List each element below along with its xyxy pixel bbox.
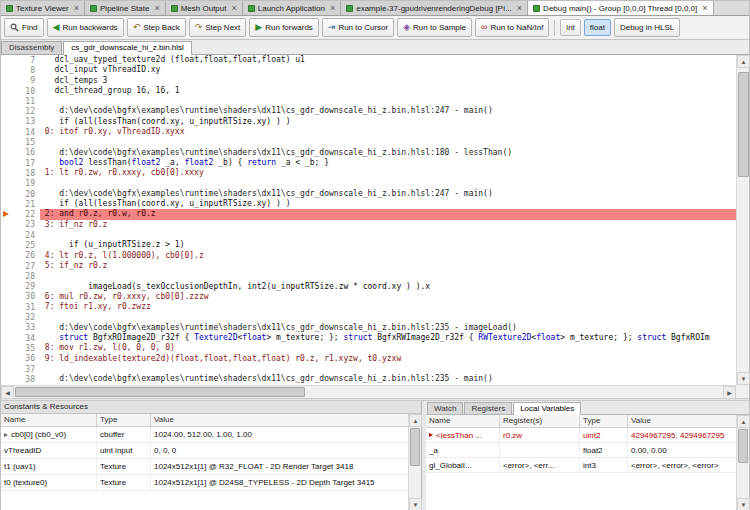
code-vertical-scrollbar[interactable]: ▲ ▼ [736, 55, 749, 385]
code-line[interactable]: 21if (all(lessThan(coord.xy, u_inputRTSi… [1, 199, 736, 209]
table-row[interactable]: <lessThan ...r0.zwuint24294967295, 42949… [426, 428, 749, 443]
breakpoint-margin[interactable] [1, 117, 14, 127]
step-next-button[interactable]: ↷Step Next [189, 18, 247, 37]
line-number[interactable]: 28 [14, 272, 40, 281]
code-line[interactable]: 28 [1, 271, 736, 281]
line-number[interactable]: 10 [14, 87, 40, 96]
scroll-down-icon[interactable]: ▼ [737, 498, 750, 510]
breakpoint-margin[interactable] [1, 251, 14, 261]
debug-in-hlsl-button[interactable]: Debug in HLSL [614, 18, 680, 37]
breakpoint-margin[interactable] [1, 106, 14, 116]
line-number[interactable]: 23 [14, 220, 40, 229]
code-line[interactable]: 29imageLoad(s_texOcclusionDepthIn, int2(… [1, 282, 736, 292]
code-line[interactable]: 12d:\dev\code\bgfx\examples\runtime\shad… [1, 106, 736, 116]
line-number[interactable]: 26 [14, 251, 40, 260]
run-to-nan-inf-button[interactable]: ∞Run to NaN/Inf [475, 18, 549, 37]
code-line[interactable]: 19 [1, 179, 736, 189]
line-number[interactable]: 12 [14, 107, 40, 116]
breakpoint-margin[interactable] [1, 199, 14, 209]
line-number[interactable]: 14 [14, 128, 40, 137]
line-number[interactable]: 17 [14, 159, 40, 168]
code-line[interactable]: 32 [1, 312, 736, 322]
scroll-down-icon[interactable]: ▼ [409, 498, 422, 510]
breakpoint-margin[interactable] [1, 76, 14, 86]
run-to-cursor-button[interactable]: ⇥Run to Cursor [322, 18, 394, 37]
column-header-value[interactable]: Value [151, 414, 421, 426]
line-number[interactable]: 20 [14, 190, 40, 199]
code-line[interactable]: 25if (u_inputRTSize.z > 1) [1, 240, 736, 250]
scroll-right-icon[interactable]: ▶ [723, 386, 736, 399]
line-number[interactable]: 36 [14, 354, 40, 363]
doc-tab-disassembly[interactable]: Disassembly [1, 41, 62, 54]
breakpoint-margin[interactable] [1, 220, 14, 230]
line-number[interactable]: 16 [14, 148, 40, 157]
code-line[interactable]: 222: and r0.z, r0.w, r0.z [1, 209, 736, 219]
scroll-up-icon[interactable]: ▲ [409, 414, 422, 427]
code-line[interactable]: 264: lt r0.z, l(1.000000), cb0[0].z [1, 251, 736, 261]
code-line[interactable]: 317: ftoi r1.xy, r0.zwzz [1, 302, 736, 312]
close-icon[interactable]: × [517, 4, 522, 13]
line-number[interactable]: 11 [14, 97, 40, 106]
step-back-button[interactable]: ↶Step Back [127, 18, 186, 37]
breakpoint-margin[interactable] [1, 137, 14, 147]
breakpoint-margin[interactable] [1, 240, 14, 250]
code-line[interactable]: 34struct BgfxROImage2D_r32f { Texture2D<… [1, 333, 736, 343]
breakpoint-margin[interactable] [1, 271, 14, 281]
tab-registers[interactable]: Registers [464, 402, 512, 414]
breakpoint-margin[interactable] [1, 230, 14, 240]
breakpoint-margin[interactable] [1, 86, 14, 96]
table-row[interactable]: gl_GlobalI...<error>, <err...int3<error>… [426, 458, 749, 473]
column-header-type[interactable]: Type [580, 415, 628, 427]
tree-expander-icon[interactable] [4, 433, 8, 437]
doc-tab-cs-gdr-downscale-hi-z-bin-hlsl[interactable]: cs_gdr_downscale_hi_z.bin.hlsl [63, 41, 192, 55]
breakpoint-margin[interactable] [1, 374, 14, 384]
tab-local-variables[interactable]: Local Variables [513, 402, 581, 415]
breakpoint-margin[interactable] [1, 333, 14, 343]
code-line[interactable]: 16d:\dev\code\bgfx\examples\runtime\shad… [1, 148, 736, 158]
line-number[interactable]: 29 [14, 282, 40, 291]
code-line[interactable]: 369: ld_indexable(texture2d)(float,float… [1, 354, 736, 364]
find-button[interactable]: Find [4, 18, 44, 37]
line-number[interactable]: 15 [14, 138, 40, 147]
code-line[interactable]: 15 [1, 137, 736, 147]
line-number[interactable]: 18 [14, 169, 40, 178]
code-line[interactable]: 181: lt r0.zw, r0.xxxy, cb0[0].xxxy [1, 168, 736, 178]
line-number[interactable]: 38 [14, 375, 40, 384]
breakpoint-margin[interactable] [1, 343, 14, 353]
table-row[interactable]: cb0[0] (cb0_v0)cbuffer1024.00, 512.00, 1… [1, 427, 421, 443]
line-number[interactable]: 25 [14, 241, 40, 250]
breakpoint-margin[interactable] [1, 354, 14, 364]
line-number[interactable]: 22 [14, 210, 40, 219]
line-number[interactable]: 9 [14, 76, 40, 85]
breakpoint-margin[interactable] [1, 364, 14, 374]
run-backwards-button[interactable]: ◀Run backwards [47, 18, 124, 37]
line-number[interactable]: 24 [14, 231, 40, 240]
breakpoint-margin[interactable] [1, 179, 14, 189]
close-icon[interactable]: × [231, 4, 236, 13]
code-line[interactable]: 9dcl_temps 3 [1, 76, 736, 86]
breakpoint-margin[interactable] [1, 96, 14, 106]
vertical-scroll-thumb[interactable] [738, 72, 749, 177]
close-icon[interactable]: × [702, 4, 707, 13]
close-icon[interactable]: × [330, 4, 335, 13]
breakpoint-margin[interactable] [1, 323, 14, 333]
run-to-sample-button[interactable]: ◈Run to Sample [397, 18, 472, 37]
tab-mesh-output[interactable]: Mesh Output× [166, 1, 243, 15]
code-line[interactable]: 24 [1, 230, 736, 240]
table-row[interactable]: t1 (uav1)Texture1024x512x1[1] @ R32_FLOA… [1, 459, 421, 475]
breakpoint-margin[interactable] [1, 168, 14, 178]
code-line[interactable]: 306: mul r0.zw, r0.xxxy, cb0[0].zzzw [1, 292, 736, 302]
code-line[interactable]: 11 [1, 96, 736, 106]
code-line[interactable]: 13if (all(lessThan(coord.xy, u_inputRTSi… [1, 117, 736, 127]
code-line[interactable]: 275: if_nz r0.z [1, 261, 736, 271]
code-line[interactable]: 233: if_nz r0.z [1, 220, 736, 230]
breakpoint-margin[interactable] [1, 282, 14, 292]
tab-launch-application[interactable]: Launch Application× [243, 1, 341, 15]
scroll-up-icon[interactable]: ▲ [737, 415, 750, 428]
tab-debug-main-group-0-0-0-thread-0-0-0[interactable]: Debug main() - Group [0,0,0] Thread [0,0… [528, 1, 713, 15]
vertical-scroll-thumb[interactable] [410, 428, 420, 466]
close-icon[interactable]: × [154, 4, 159, 13]
line-number[interactable]: 7 [14, 56, 40, 65]
code-line[interactable]: 7dcl_uav_typed_texture2d (float,float,fl… [1, 55, 736, 65]
code-line[interactable]: 10dcl_thread_group 16, 16, 1 [1, 86, 736, 96]
